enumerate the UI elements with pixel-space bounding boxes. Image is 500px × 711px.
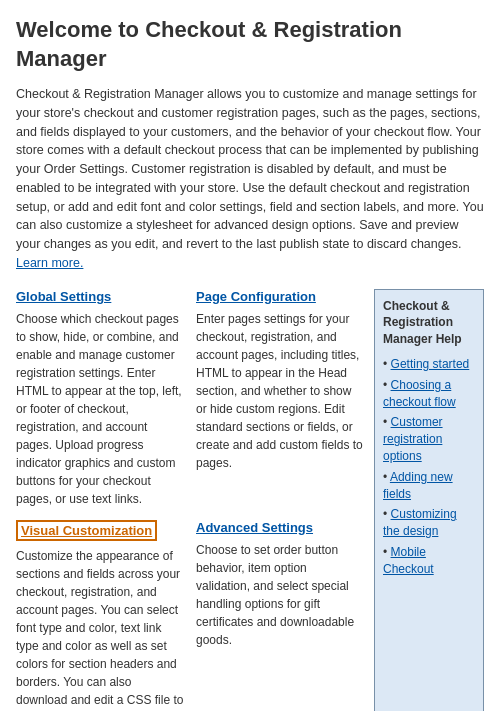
global-settings-block: Global Settings Choose which checkout pa… (16, 289, 184, 508)
main-layout: Global Settings Choose which checkout pa… (16, 289, 484, 711)
learn-more-link[interactable]: Learn more. (16, 256, 83, 270)
sidebar-list-item-4: Adding new fields (383, 469, 475, 503)
sidebar-links-list: Getting started Choosing a checkout flow… (383, 356, 475, 578)
sidebar-list-item-2: Choosing a checkout flow (383, 377, 475, 411)
sidebar-list-item-3: Customer registration options (383, 414, 475, 464)
advanced-settings-heading[interactable]: Advanced Settings (196, 520, 364, 535)
sidebar-link-getting-started[interactable]: Getting started (391, 357, 470, 371)
page-title: Welcome to Checkout & Registration Manag… (16, 16, 484, 73)
visual-customization-text: Customize the appearance of sections and… (16, 547, 184, 711)
page-configuration-text: Enter pages settings for your checkout, … (196, 310, 364, 472)
visual-customization-block: Visual Customization Customize the appea… (16, 520, 184, 711)
page-configuration-heading[interactable]: Page Configuration (196, 289, 364, 304)
visual-customization-heading[interactable]: Visual Customization (16, 520, 157, 541)
sidebar-title: Checkout & Registration Manager Help (383, 298, 475, 348)
advanced-settings-text: Choose to set order button behavior, ite… (196, 541, 364, 649)
content-area: Global Settings Choose which checkout pa… (16, 289, 374, 711)
sidebar-list-item-5: Customizing the design (383, 506, 475, 540)
sidebar-list-item-6: Mobile Checkout (383, 544, 475, 578)
help-sidebar: Checkout & Registration Manager Help Get… (374, 289, 484, 711)
sidebar-link-customizing-design[interactable]: Customizing the design (383, 507, 457, 538)
page-configuration-block: Page Configuration Enter pages settings … (196, 289, 364, 508)
sidebar-link-checkout-flow[interactable]: Choosing a checkout flow (383, 378, 456, 409)
advanced-settings-block: Advanced Settings Choose to set order bu… (196, 520, 364, 711)
global-settings-text: Choose which checkout pages to show, hid… (16, 310, 184, 508)
sidebar-list-item-1: Getting started (383, 356, 475, 373)
sidebar-link-mobile-checkout[interactable]: Mobile Checkout (383, 545, 434, 576)
sidebar-link-customer-registration[interactable]: Customer registration options (383, 415, 443, 463)
top-section-grid: Global Settings Choose which checkout pa… (16, 289, 364, 508)
sidebar-link-adding-fields[interactable]: Adding new fields (383, 470, 453, 501)
intro-paragraph: Checkout & Registration Manager allows y… (16, 85, 484, 273)
global-settings-heading[interactable]: Global Settings (16, 289, 184, 304)
bottom-section-grid: Visual Customization Customize the appea… (16, 520, 364, 711)
